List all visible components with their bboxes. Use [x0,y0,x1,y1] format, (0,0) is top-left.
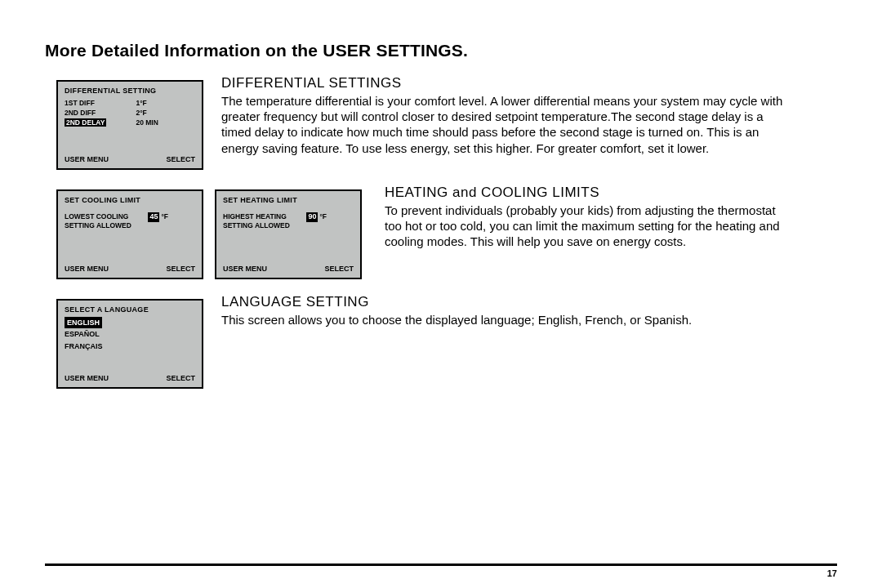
cool-value-unit: °F [161,212,168,220]
footer-select: SELECT [166,265,195,273]
section-body-differential: The temperature differential is your com… [221,93,793,156]
diff-table: 1ST DIFF 1°F 2ND DIFF 2°F 2ND DELAY 20 M… [65,98,158,127]
lcd-title: SET COOLING LIMIT [65,196,195,204]
footer-user-menu: USER MENU [65,374,109,382]
section-heading-limits: HEATING and COOLING LIMITS [385,185,837,201]
diff-hl-label: 2ND DELAY [65,118,106,127]
cool-value-chip: 45 [148,212,159,222]
lang-option-selected: ENGLISH [65,317,102,328]
lcd-differential: DIFFERENTIAL SETTING 1ST DIFF 1°F 2ND DI… [56,80,203,170]
footer-select: SELECT [166,155,195,163]
lcd-title: SET HEATING LIMIT [223,196,354,204]
footer-user-menu: USER MENU [223,265,267,273]
lcd-title: DIFFERENTIAL SETTING [65,87,195,95]
diff-row1-value: 1°F [106,98,158,108]
footer-user-menu: USER MENU [65,265,109,273]
diff-row2-label: 2ND DIFF [65,108,106,118]
footer-rule [45,564,837,566]
section-body-limits: To prevent individuals (probably your ki… [385,203,793,250]
heat-value-unit: °F [319,212,327,220]
lcd-cooling-limit: SET COOLING LIMIT LOWEST COOLING SETTING… [56,189,203,279]
footer-user-menu: USER MENU [65,155,109,163]
cool-label2: SETTING ALLOWED [65,221,131,229]
lcd-language: SELECT A LANGUAGE ENGLISH ESPAÑOL FRANÇA… [56,299,203,389]
table-row: 2ND DIFF 2°F [65,108,158,118]
page-number: 17 [827,568,837,578]
lcd-heating-limit: SET HEATING LIMIT HIGHEST HEATING SETTIN… [215,189,362,279]
heat-label2: SETTING ALLOWED [223,221,290,229]
cool-label1: LOWEST COOLING [65,212,128,220]
lang-option: FRANÇAIS [65,342,103,350]
heat-value-chip: 90 [306,212,318,222]
footer-select: SELECT [324,265,354,273]
row-differential: DIFFERENTIAL SETTING 1ST DIFF 1°F 2ND DI… [45,75,837,170]
diff-hl-value: 20 MIN [106,118,158,127]
lcd-title: SELECT A LANGUAGE [65,305,195,314]
table-row: 1ST DIFF 1°F [65,98,158,108]
diff-row2-value: 2°F [106,108,158,118]
page-title: More Detailed Information on the USER SE… [45,41,837,60]
section-heading-differential: DIFFERENTIAL SETTINGS [221,75,837,91]
diff-row1-label: 1ST DIFF [65,98,106,108]
row-limits: SET COOLING LIMIT LOWEST COOLING SETTING… [45,185,837,279]
row-language: SELECT A LANGUAGE ENGLISH ESPAÑOL FRANÇA… [45,294,837,389]
section-heading-language: LANGUAGE SETTING [221,294,837,310]
footer-select: SELECT [166,374,195,382]
table-row-highlight: 2ND DELAY 20 MIN [65,118,158,127]
heat-label1: HIGHEST HEATING [223,212,287,220]
section-body-language: This screen allows you to choose the dis… [221,312,793,327]
lang-option: ESPAÑOL [65,330,100,338]
